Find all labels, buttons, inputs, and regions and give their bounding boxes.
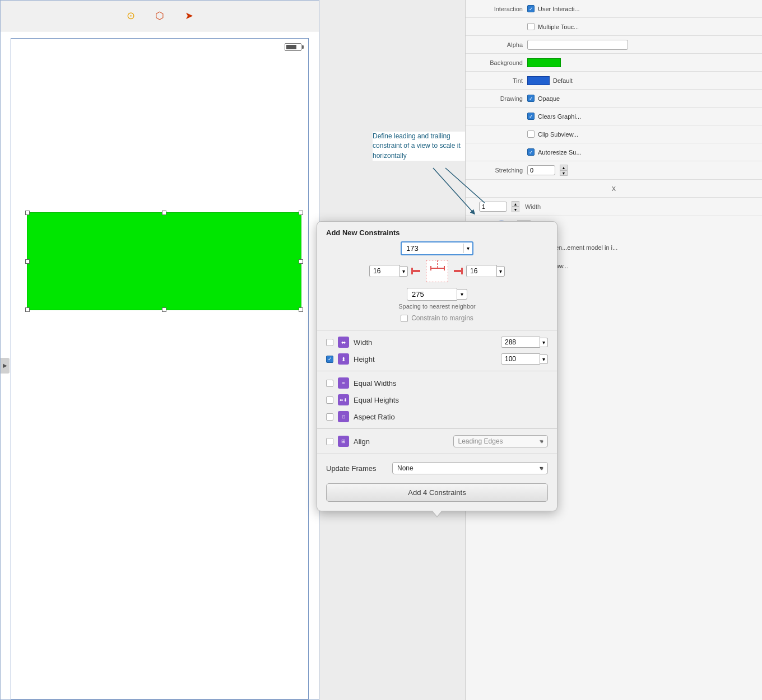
alpha-label: Alpha (472, 41, 523, 48)
top-spacing-input-group[interactable]: ▾ (401, 241, 473, 255)
equal-heights-checkbox[interactable] (326, 396, 333, 404)
handle-top-left[interactable] (25, 211, 30, 215)
background-label: Background (472, 59, 523, 66)
width-label: Width (525, 203, 541, 210)
green-view[interactable] (27, 212, 301, 310)
aspect-ratio-label: Aspect Ratio (354, 413, 548, 421)
opaque-checkbox[interactable]: ✓ (527, 95, 535, 102)
bottom-spacing-input[interactable] (407, 288, 457, 301)
tint-default-label: Default (553, 77, 573, 84)
right-input-group: ▾ (466, 265, 505, 277)
cube-toolbar-icon[interactable]: ⬡ (152, 8, 168, 24)
width-checkbox[interactable] (326, 339, 333, 346)
bottom-spacing: ▾ (407, 288, 467, 301)
handle-middle-left[interactable] (25, 259, 30, 264)
width-constraint-row: ⬌ Width ▾ (317, 334, 557, 351)
clears-graphics-row: ✓ Clears Graphi... (466, 108, 762, 125)
tint-color-swatch[interactable] (527, 76, 550, 85)
handle-bottom-right[interactable] (299, 307, 303, 312)
bottom-spacing-dropdown[interactable]: ▾ (457, 289, 467, 300)
user-interaction-checkbox[interactable]: ✓ (527, 5, 535, 12)
multiple-touch-checkbox[interactable] (527, 23, 535, 30)
update-frames-label: Update Frames (326, 464, 388, 473)
handle-middle-right[interactable] (299, 259, 303, 264)
left-input-group: ▾ (369, 265, 408, 277)
stretching-label: Stretching (472, 167, 523, 174)
tint-label: Tint (472, 77, 523, 84)
handle-bottom-center[interactable] (162, 307, 166, 312)
right-spacing-input[interactable] (466, 265, 497, 277)
align-dropdown[interactable]: Leading Edges ▾ (453, 435, 549, 447)
alpha-row: Alpha (466, 36, 762, 54)
height-checkbox[interactable]: ✓ (326, 356, 333, 363)
separator-3 (317, 428, 557, 429)
clip-subviews-label: Clip Subview... (538, 131, 578, 138)
handle-bottom-left[interactable] (25, 307, 30, 312)
nav-arrow[interactable]: ▶ (1, 358, 10, 374)
clears-graphics-checkbox[interactable]: ✓ (527, 113, 535, 120)
clears-graphics-label: Clears Graphi... (538, 113, 581, 120)
width-stepper[interactable]: ▲ ▼ (512, 201, 519, 212)
tint-row: Tint Default (466, 72, 762, 90)
align-label: Align (354, 437, 449, 446)
canvas-panel: ⊙ ⬡ ➤ ▶ (0, 0, 319, 700)
user-interaction-label: User Interacti... (538, 6, 580, 12)
top-spacing-dropdown[interactable]: ▾ (463, 244, 472, 253)
equal-widths-label: Equal Widths (354, 379, 548, 388)
stretching-x-label-row: X (466, 180, 762, 198)
width-stepper-down[interactable]: ▼ (512, 207, 519, 212)
device-frame (11, 38, 309, 699)
height-constraint-label: Height (354, 355, 496, 363)
equal-widths-icon: ≡ (338, 377, 349, 389)
handle-top-center[interactable] (162, 211, 166, 215)
handle-top-right[interactable] (299, 211, 303, 215)
align-checkbox[interactable] (326, 438, 333, 445)
circle-toolbar-icon[interactable]: ⊙ (123, 8, 138, 24)
update-frames-dropdown[interactable]: None ▾ (392, 462, 548, 474)
separator-2 (317, 371, 557, 371)
height-value-input[interactable] (501, 353, 540, 365)
align-row: ⊞ Align Leading Edges ▾ (317, 432, 557, 450)
left-spacing-dropdown[interactable]: ▾ (400, 266, 408, 277)
width-value-input[interactable] (501, 337, 540, 348)
stepper-up[interactable]: ▲ (560, 165, 568, 170)
right-spacing-dropdown[interactable]: ▾ (497, 266, 505, 277)
interaction-label: Interaction (472, 6, 523, 12)
align-icon: ⊞ (338, 436, 349, 447)
aspect-ratio-checkbox[interactable] (326, 413, 333, 421)
aspect-ratio-icon: ⊡ (338, 411, 349, 422)
arrow-toolbar-icon[interactable]: ➤ (181, 8, 197, 24)
left-spacing-input[interactable] (369, 265, 400, 277)
height-value-group: ▾ (501, 353, 548, 365)
width-value-group: ▾ (501, 337, 548, 348)
width-value-input[interactable]: 1 (479, 202, 507, 212)
constrain-margins-checkbox[interactable] (401, 315, 408, 322)
width-icon: ⬌ (338, 337, 349, 348)
width-constraint-label: Width (354, 338, 496, 347)
width-stepper-up[interactable]: ▲ (512, 201, 519, 207)
separator-1 (317, 330, 557, 330)
popup-arrow-indicator (431, 511, 443, 517)
separator-4 (317, 454, 557, 454)
autoresize-row: ✓ Autoresize Su... (466, 143, 762, 161)
stretching-stepper[interactable]: ▲ ▼ (560, 165, 568, 176)
canvas-area: ▶ (1, 31, 319, 699)
tooltip-balloon: Define leading and trailing constraint o… (373, 132, 465, 161)
width-row: 1 ▲ ▼ Width (466, 198, 762, 216)
equal-widths-checkbox[interactable] (326, 380, 333, 387)
height-constraint-row: ✓ ⬍ Height ▾ (317, 351, 557, 367)
top-spacing-input[interactable] (402, 242, 463, 254)
stretching-x-input[interactable]: 0 (527, 165, 555, 175)
autoresize-checkbox[interactable]: ✓ (527, 148, 535, 156)
stepper-down[interactable]: ▼ (560, 170, 568, 176)
add-constraints-button[interactable]: Add 4 Constraints (326, 483, 548, 502)
width-value-dropdown[interactable]: ▾ (540, 338, 548, 347)
background-color-swatch[interactable] (527, 58, 561, 67)
middle-spacing-row: ▾ (369, 260, 505, 282)
equal-heights-label: Equal Heights (354, 396, 548, 404)
clip-subviews-checkbox[interactable] (527, 130, 535, 138)
battery-icon (285, 43, 301, 51)
svg-rect-9 (461, 268, 463, 274)
spacing-section: ▾ ▾ (317, 241, 557, 326)
height-value-dropdown[interactable]: ▾ (540, 354, 548, 364)
